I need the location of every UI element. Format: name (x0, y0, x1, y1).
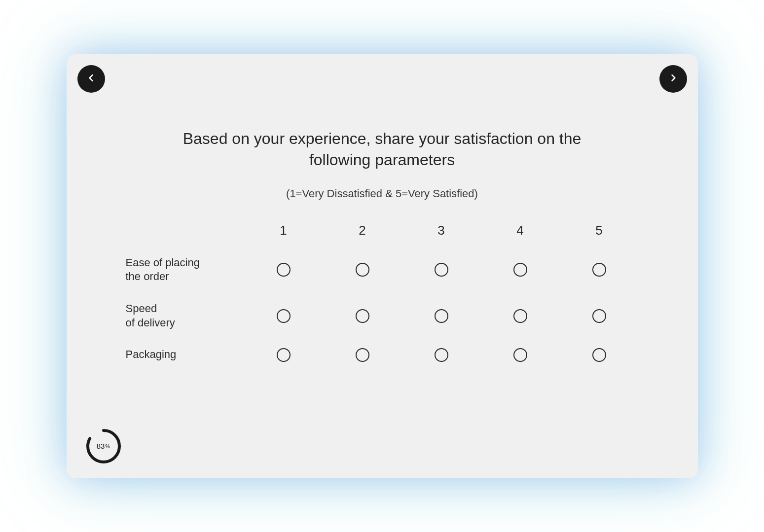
radio-speed-5[interactable] (592, 309, 606, 323)
progress-value: 83 (97, 442, 105, 450)
radio-speed-2[interactable] (356, 309, 369, 323)
question-subtitle: (1=Very Dissatisfied & 5=Very Satisfied) (286, 187, 478, 200)
radio-ease-3[interactable] (435, 263, 448, 277)
radio-ease-4[interactable] (513, 263, 527, 277)
radio-ease-2[interactable] (356, 263, 369, 277)
survey-card: Based on your experience, share your sat… (67, 54, 698, 478)
progress-ring: 83% (85, 428, 122, 464)
radio-packaging-3[interactable] (435, 348, 448, 362)
row-label-speed: Speedof delivery (126, 302, 244, 330)
question-title: Based on your experience, share your sat… (160, 128, 604, 171)
radio-packaging-2[interactable] (356, 348, 369, 362)
radio-packaging-1[interactable] (277, 348, 291, 362)
scale-header-1: 1 (244, 223, 323, 238)
rating-matrix: 1 2 3 4 5 Ease of placingthe order Speed… (126, 223, 639, 362)
radio-packaging-5[interactable] (592, 348, 606, 362)
radio-ease-5[interactable] (592, 263, 606, 277)
scale-header-5: 5 (560, 223, 639, 238)
chevron-right-icon (668, 73, 678, 84)
radio-ease-1[interactable] (277, 263, 291, 277)
chevron-left-icon (86, 73, 96, 84)
scale-header-2: 2 (323, 223, 402, 238)
radio-speed-1[interactable] (277, 309, 291, 323)
radio-speed-4[interactable] (513, 309, 527, 323)
row-label-ease: Ease of placingthe order (126, 256, 244, 284)
prev-button[interactable] (77, 65, 105, 93)
question-content: Based on your experience, share your sat… (67, 128, 698, 362)
scale-header-4: 4 (481, 223, 560, 238)
scale-header-3: 3 (402, 223, 481, 238)
next-button[interactable] (659, 65, 687, 93)
radio-speed-3[interactable] (435, 309, 448, 323)
progress-unit: % (105, 443, 110, 449)
progress-label: 83% (85, 428, 122, 464)
radio-packaging-4[interactable] (513, 348, 527, 362)
row-label-packaging: Packaging (126, 348, 244, 362)
